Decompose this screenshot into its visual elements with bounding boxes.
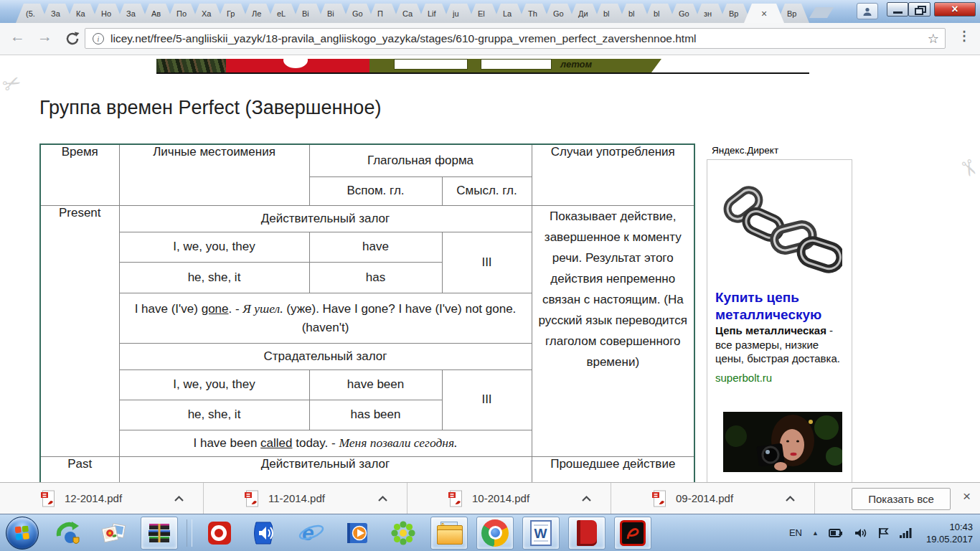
download-item[interactable]: 09-2014.pdf xyxy=(611,483,815,514)
hidden-icons-button[interactable]: ▲ xyxy=(812,529,819,537)
taskbar-acrobat[interactable] xyxy=(614,517,651,550)
word-icon: W xyxy=(529,520,552,546)
chrome-icon xyxy=(481,519,509,547)
new-tab-button[interactable] xyxy=(809,7,834,18)
show-all-downloads-button[interactable]: Показать все xyxy=(852,488,951,510)
network-signal-icon[interactable] xyxy=(899,527,913,538)
taskbar-audio-app[interactable] xyxy=(247,517,284,550)
taskbar-file-manager[interactable] xyxy=(430,517,468,550)
download-item[interactable]: 11-2014.pdf xyxy=(204,483,407,514)
grammar-table: Время Личные местоимения Глагольная форм… xyxy=(39,143,695,482)
taskbar-clock[interactable]: 10:43 19.05.2017 xyxy=(926,521,973,545)
red-book-icon xyxy=(577,520,597,546)
banner-input-fragment xyxy=(481,59,552,70)
download-menu-chevron-icon[interactable] xyxy=(785,495,796,502)
updater-icon xyxy=(55,520,80,546)
reload-icon[interactable] xyxy=(65,31,80,47)
media-player-icon xyxy=(345,521,369,545)
download-item[interactable]: 12-2014.pdf xyxy=(0,483,204,514)
download-filename: 12-2014.pdf xyxy=(65,492,122,504)
cell-pronouns: he, she, it xyxy=(119,400,309,430)
person-icon xyxy=(862,6,872,17)
active-tab[interactable]: × xyxy=(744,4,784,23)
browser-menu-icon[interactable]: ⋮ xyxy=(958,29,971,42)
download-item[interactable]: 10-2014.pdf xyxy=(407,483,611,514)
cell-usage-past: Прошедшее действие xyxy=(532,456,694,482)
ad-title-link[interactable]: Купить цепь металлическую xyxy=(715,289,830,324)
banner-red-fragment xyxy=(226,59,369,72)
pdf-file-icon xyxy=(41,490,55,507)
example-segment: . - xyxy=(229,302,243,316)
taskbar-red-book-app[interactable] xyxy=(568,517,606,550)
taskbar-chrome[interactable] xyxy=(476,517,514,550)
tab-close-icon[interactable]: × xyxy=(761,8,767,19)
speaker-app-icon xyxy=(253,521,278,545)
taskbar-internet-explorer[interactable]: e xyxy=(293,517,330,550)
battery-icon[interactable] xyxy=(829,527,844,539)
cell-tense-present: Present xyxy=(40,205,119,456)
downloads-close-icon[interactable]: × xyxy=(963,489,971,503)
close-button[interactable]: × xyxy=(934,2,976,17)
acrobat-icon xyxy=(620,520,646,546)
header-aux: Вспом. гл. xyxy=(309,176,442,205)
cell-aux: have been xyxy=(309,369,442,400)
url-text[interactable]: licey.net/free/5-angliiskii_yazyk/18-pra… xyxy=(110,32,907,45)
download-menu-chevron-icon[interactable] xyxy=(174,495,184,502)
ad-photo-woman-camera[interactable] xyxy=(723,412,842,472)
header-time: Время xyxy=(40,144,119,205)
svg-text:e: e xyxy=(302,521,314,545)
download-filename: 09-2014.pdf xyxy=(676,492,733,504)
download-filename: 10-2014.pdf xyxy=(472,492,529,504)
volume-icon[interactable] xyxy=(854,527,867,539)
forward-icon[interactable]: → xyxy=(37,29,52,44)
cell-aux: has xyxy=(309,262,442,293)
page-title: Группа времен Perfect (Завершенное) xyxy=(39,97,381,119)
address-bar[interactable]: i licey.net/free/5-angliiskii_yazyk/18-p… xyxy=(85,28,946,49)
cell-usage-present: Показывает действие, завершенное к момен… xyxy=(532,205,694,456)
action-center-flag-icon[interactable] xyxy=(877,527,889,539)
profile-button[interactable] xyxy=(857,3,878,19)
scissors-decoration-icon: ✂ xyxy=(0,68,25,98)
banner-photo-fragment xyxy=(156,59,226,72)
taskbar-media-player-app[interactable] xyxy=(339,517,376,550)
example-segment: I have (I've) xyxy=(135,302,202,316)
cell-active-voice: Действительный залог xyxy=(119,205,532,232)
header-usage: Случаи употребления xyxy=(532,144,694,205)
minimize-button[interactable] xyxy=(887,2,908,17)
bookmark-star-icon[interactable]: ☆ xyxy=(928,31,939,47)
header-main-verb: Смысл. гл. xyxy=(442,176,532,205)
cell-example-passive: I have been called today. - Меня позвали… xyxy=(119,430,532,456)
back-icon[interactable]: ← xyxy=(10,29,25,44)
clock-time: 10:43 xyxy=(926,521,973,533)
ad-domain-link[interactable]: superbolt.ru xyxy=(715,372,772,384)
taskbar-photo-viewer-app[interactable] xyxy=(95,517,132,550)
system-tray: EN ▲ 10:43 xyxy=(789,521,980,545)
cell-main-verb: III xyxy=(442,232,532,293)
example-underlined: called xyxy=(260,436,292,450)
taskbar-word[interactable]: W xyxy=(522,517,560,550)
taskbar-icq-app[interactable] xyxy=(385,517,422,550)
cell-pronouns: I, we, you, they xyxy=(119,232,309,262)
minimize-icon xyxy=(893,11,903,14)
close-icon: × xyxy=(951,4,958,15)
banner-input-fragment xyxy=(394,59,468,70)
restore-button[interactable] xyxy=(908,2,930,17)
browser-toolbar: ← → i licey.net/free/5-angliiskii_yazyk/… xyxy=(0,23,980,55)
chain-ad-image[interactable] xyxy=(722,177,842,285)
cell-example-active: I have (I've) gone. - Я ушел. (уже). Hav… xyxy=(119,293,532,343)
language-indicator[interactable]: EN xyxy=(789,527,802,538)
yandex-direct-label[interactable]: Яндекс.Директ xyxy=(712,145,778,156)
example-italic: Я ушел. xyxy=(242,301,283,316)
taskbar-winrar-app[interactable] xyxy=(141,517,178,550)
download-menu-chevron-icon[interactable] xyxy=(377,495,388,502)
header-pronouns: Личные местоимения xyxy=(119,144,309,205)
clock-date: 19.05.2017 xyxy=(926,533,973,545)
cell-aux: has been xyxy=(309,400,442,430)
download-menu-chevron-icon[interactable] xyxy=(581,495,592,502)
taskbar-updater-app[interactable] xyxy=(49,517,86,550)
cell-active-voice: Действительный залог xyxy=(119,456,532,482)
taskbar-red-app[interactable] xyxy=(201,517,238,550)
top-ad-banner[interactable]: летом xyxy=(156,59,809,74)
page-info-icon[interactable]: i xyxy=(93,33,104,44)
start-button[interactable] xyxy=(6,517,39,550)
